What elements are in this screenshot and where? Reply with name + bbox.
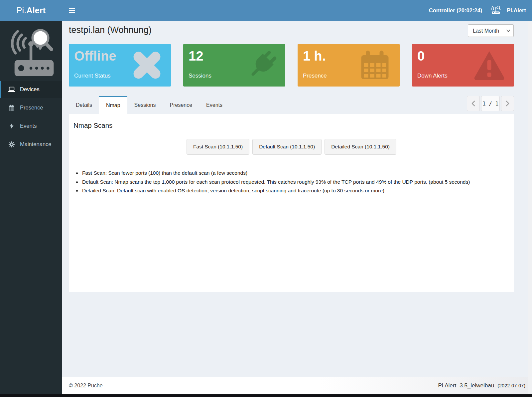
page-indicator: 1 / 1	[481, 96, 500, 111]
logo-suffix: Alert	[26, 6, 46, 15]
sidebar-item-label: Maintenance	[20, 141, 51, 147]
footer-version: 3.5_leiweibau	[460, 382, 494, 389]
top-navbar: Pi.Alert Controller (20:02:24)	[0, 0, 532, 21]
plug-icon	[241, 49, 278, 87]
tabs-row: Details Nmap Sessions Presence Events 1 …	[69, 96, 514, 114]
period-select[interactable]: Last Month	[468, 24, 514, 37]
nmap-panel: Nmap Scans Fast Scan (10.1.1.50) Default…	[69, 114, 514, 292]
device-pagination: 1 / 1	[467, 96, 514, 111]
detailed-scan-button[interactable]: Detailed Scan (10.1.1.50)	[325, 139, 396, 155]
chevron-right-icon	[506, 100, 509, 106]
version-info: Pi.Alert 3.5_leiweibau (2022-07-07)	[438, 382, 525, 389]
next-device-button[interactable]	[501, 96, 514, 111]
fast-scan-button[interactable]: Fast Scan (10.1.1.50)	[187, 139, 249, 155]
tab-events[interactable]: Events	[199, 96, 229, 114]
navbar-right: Controller (20:02:24)	[429, 5, 526, 16]
card-label: Current Status	[74, 73, 111, 79]
sidebar-item-devices[interactable]: Devices	[0, 81, 62, 98]
router-scan-icon	[491, 5, 502, 16]
footer-date: (2022-07-07)	[497, 383, 525, 388]
sidebar-menu: Devices	[0, 81, 62, 153]
card-label: Down Alerts	[417, 73, 448, 79]
copyright-label: © 2022 Puche	[69, 383, 103, 389]
router-scan-logo	[0, 21, 62, 80]
sidebar-item-events[interactable]: Events	[0, 117, 62, 134]
nmap-heading: Nmap Scans	[69, 114, 514, 129]
status-cards: Offline Current Status 12 Sessions	[69, 44, 514, 87]
chevron-left-icon	[471, 100, 475, 106]
tab-sessions[interactable]: Sessions	[127, 96, 163, 114]
scan-note-fast: Fast Scan: Scan fewer ports (100) than t…	[81, 169, 514, 178]
scan-notes: Fast Scan: Scan fewer ports (100) than t…	[81, 169, 514, 195]
window-bottom-edge	[0, 394, 532, 397]
card-sessions[interactable]: 12 Sessions	[183, 44, 285, 87]
prev-device-button[interactable]	[467, 96, 480, 111]
card-current-status[interactable]: Offline Current Status	[69, 44, 171, 87]
pialert-app: Pi.Alert Controller (20:02:24)	[0, 0, 532, 397]
account-label[interactable]: Pi.Alert	[507, 7, 526, 14]
calendar-icon	[357, 49, 392, 83]
tab-presence[interactable]: Presence	[163, 96, 200, 114]
card-label: Sessions	[189, 73, 211, 79]
app-logo[interactable]: Pi.Alert	[0, 0, 62, 21]
scan-buttons: Fast Scan (10.1.1.50) Default Scan (10.1…	[69, 139, 514, 155]
sidebar-toggle-icon[interactable]	[69, 7, 77, 14]
sidebar: Devices	[0, 21, 62, 394]
laptop-icon	[8, 86, 16, 93]
device-tabs: Details Nmap Sessions Presence Events	[69, 96, 514, 114]
calendar-icon	[8, 104, 16, 111]
default-scan-button[interactable]: Default Scan (10.1.1.50)	[252, 139, 322, 155]
logo-prefix: Pi.	[17, 6, 27, 15]
controller-clock-label[interactable]: Controller (20:02:24)	[429, 7, 482, 14]
tab-details[interactable]: Details	[69, 96, 99, 114]
period-select-wrap: Last Month	[468, 24, 514, 37]
bolt-icon	[8, 122, 16, 130]
scan-note-detailed: Detailed Scan: Default scan with enabled…	[81, 186, 514, 195]
sidebar-item-label: Devices	[20, 86, 40, 93]
scan-note-default: Default Scan: Nmap scans the top 1,000 p…	[81, 178, 514, 187]
sidebar-item-label: Events	[20, 123, 37, 129]
navbar: Controller (20:02:24)	[62, 0, 532, 21]
card-presence[interactable]: 1 h. Presence	[298, 44, 400, 87]
gear-icon	[8, 141, 16, 148]
sidebar-item-maintenance[interactable]: Maintenance	[0, 136, 62, 153]
content-area: testpi.lan (Wohnung) Last Month Offline …	[62, 21, 532, 377]
scrollbar[interactable]	[528, 21, 532, 394]
sidebar-item-presence[interactable]: Presence	[0, 99, 62, 116]
content-header: testpi.lan (Wohnung) Last Month	[69, 24, 514, 41]
card-down-alerts[interactable]: 0 Down Alerts	[412, 44, 514, 87]
page-title: testpi.lan (Wohnung)	[69, 24, 514, 35]
card-label: Presence	[303, 73, 327, 79]
x-icon	[130, 49, 164, 83]
footer-app-name: Pi.Alert	[438, 382, 456, 389]
sidebar-item-label: Presence	[20, 104, 43, 111]
tab-nmap[interactable]: Nmap	[99, 96, 127, 114]
warning-triangle-icon	[472, 49, 507, 83]
footer: © 2022 Puche Pi.Alert 3.5_leiweibau (202…	[62, 377, 532, 394]
